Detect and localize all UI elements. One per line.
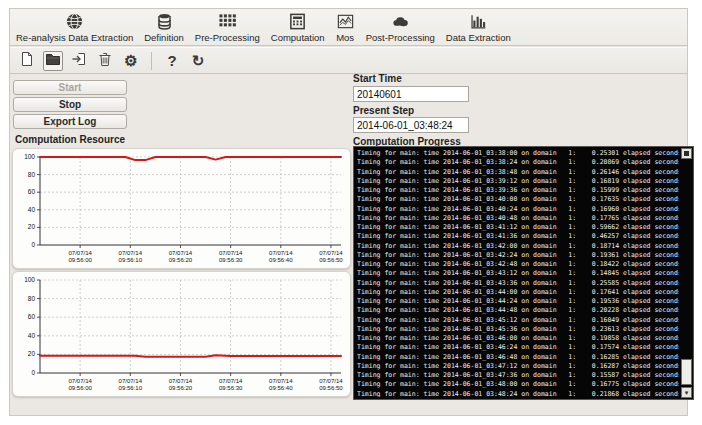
tab-post-processing[interactable]: Post-Processing — [366, 12, 435, 43]
terminal-line: Timing for main: time 2014-06-01_03:42:0… — [357, 242, 679, 251]
tab-reanalysis-data-extraction[interactable]: Re-analysis Data Extraction — [16, 12, 133, 43]
terminal-line: Timing for main: time 2014-06-01_03:47:3… — [357, 371, 679, 380]
tab-computation[interactable]: Computation — [271, 12, 325, 43]
tab-label: Pre-Processing — [195, 32, 260, 43]
svg-text:07/07/1409:56:40: 07/07/1409:56:40 — [269, 378, 293, 391]
terminal-line: Timing for main: time 2014-06-01_03:48:0… — [357, 380, 679, 389]
scroll-marker-icon — [684, 151, 689, 156]
terminal-line: Timing for main: time 2014-06-01_03:40:2… — [357, 205, 679, 214]
open-folder-icon — [45, 51, 61, 71]
start-time-input[interactable] — [353, 86, 469, 102]
svg-text:07/07/1409:56:00: 07/07/1409:56:00 — [68, 378, 92, 391]
svg-text:20: 20 — [28, 350, 36, 357]
svg-text:0: 0 — [31, 241, 35, 248]
svg-text:80: 80 — [28, 171, 36, 178]
start-time-label: Start Time — [353, 73, 402, 84]
scroll-up-button[interactable] — [681, 148, 692, 159]
tab-label: Data Extraction — [446, 32, 511, 43]
svg-text:07/07/1409:56:00: 07/07/1409:56:00 — [68, 250, 92, 263]
globe-icon — [65, 12, 84, 31]
trash-icon — [97, 51, 113, 71]
tab-data-extraction[interactable]: Data Extraction — [446, 12, 511, 43]
tab-definition[interactable]: Definition — [144, 12, 184, 43]
new-file-button[interactable] — [17, 51, 37, 71]
help-icon: ? — [167, 53, 176, 68]
export-log-button[interactable]: Export Log — [13, 114, 127, 129]
terminal-line: Timing for main: time 2014-06-01_03:46:2… — [357, 343, 679, 352]
toolbar-separator — [151, 52, 152, 70]
tab-label: Re-analysis Data Extraction — [16, 32, 133, 43]
present-step-label: Present Step — [353, 105, 414, 116]
scroll-down-button[interactable]: ▾ — [681, 387, 692, 398]
tab-label: Computation — [271, 32, 325, 43]
start-button[interactable]: Start — [13, 80, 127, 95]
bar-chart-icon — [469, 12, 488, 31]
help-button[interactable]: ? — [162, 51, 182, 71]
terminal-line: Timing for main: time 2014-06-01_03:41:3… — [357, 232, 679, 241]
svg-text:0: 0 — [31, 369, 35, 376]
svg-text:07/07/1409:56:10: 07/07/1409:56:10 — [119, 250, 143, 263]
terminal-line: Timing for main: time 2014-06-01_03:40:4… — [357, 214, 679, 223]
tab-label: Definition — [144, 32, 184, 43]
terminal-log[interactable]: Timing for main: time 2014-06-01_03:38:0… — [353, 146, 694, 400]
svg-text:60: 60 — [28, 313, 36, 320]
svg-text:100: 100 — [24, 276, 35, 283]
svg-text:07/07/1409:56:30: 07/07/1409:56:30 — [219, 250, 243, 263]
svg-text:07/07/1409:56:30: 07/07/1409:56:30 — [219, 378, 243, 391]
gear-icon: ⚙ — [124, 53, 137, 68]
action-toolbar: ⚙ ? ↻ — [10, 47, 687, 74]
terminal-line: Timing for main: time 2014-06-01_03:38:2… — [357, 158, 679, 167]
refresh-button[interactable]: ↻ — [188, 51, 208, 71]
terminal-line: Timing for main: time 2014-06-01_03:46:4… — [357, 353, 679, 362]
resource-chart-top-svg: 02040608010007/07/1409:56:0007/07/1409:5… — [13, 149, 350, 268]
svg-text:07/07/1409:56:50: 07/07/1409:56:50 — [319, 250, 343, 263]
svg-text:07/07/1409:56:40: 07/07/1409:56:40 — [269, 250, 293, 263]
svg-text:100: 100 — [24, 153, 35, 160]
terminal-line: Timing for main: time 2014-06-01_03:46:0… — [357, 334, 679, 343]
import-icon — [71, 51, 87, 71]
main-toolbar: Re-analysis Data Extraction Definition P… — [10, 9, 687, 46]
terminal-line: Timing for main: time 2014-06-01_03:44:2… — [357, 297, 679, 306]
present-step-input[interactable] — [353, 117, 469, 133]
terminal-line: Timing for main: time 2014-06-01_03:43:1… — [357, 269, 679, 278]
svg-text:07/07/1409:56:10: 07/07/1409:56:10 — [119, 378, 143, 391]
terminal-line: Timing for main: time 2014-06-01_03:38:0… — [357, 149, 679, 158]
terminal-line: Timing for main: time 2014-06-01_03:45:1… — [357, 316, 679, 325]
svg-text:40: 40 — [28, 332, 36, 339]
terminal-line: Timing for main: time 2014-06-01_03:44:4… — [357, 306, 679, 315]
stop-button[interactable]: Stop — [13, 97, 127, 112]
line-chart-icon — [336, 12, 355, 31]
terminal-line: Timing for main: time 2014-06-01_03:39:1… — [357, 177, 679, 186]
svg-text:07/07/1409:56:20: 07/07/1409:56:20 — [169, 378, 193, 391]
terminal-line: Timing for main: time 2014-06-01_03:43:3… — [357, 279, 679, 288]
new-file-icon — [19, 51, 35, 71]
resource-chart-top: 02040608010007/07/1409:56:0007/07/1409:5… — [12, 148, 351, 269]
calculator-icon — [288, 12, 307, 31]
database-icon — [155, 12, 174, 31]
scroll-thumb[interactable] — [681, 359, 692, 385]
terminal-line: Timing for main: time 2014-06-01_03:42:4… — [357, 260, 679, 269]
terminal-line: Timing for main: time 2014-06-01_03:48:2… — [357, 390, 679, 398]
settings-button[interactable]: ⚙ — [121, 51, 141, 71]
app-window: Re-analysis Data Extraction Definition P… — [9, 8, 688, 416]
svg-text:07/07/1409:56:20: 07/07/1409:56:20 — [169, 250, 193, 263]
terminal-scrollbar[interactable]: ▾ — [681, 148, 692, 398]
tab-pre-processing[interactable]: Pre-Processing — [195, 12, 260, 43]
resource-chart-bottom-svg: 02040608010007/07/1409:56:0007/07/1409:5… — [13, 272, 350, 396]
refresh-icon: ↻ — [192, 53, 205, 68]
terminal-line: Timing for main: time 2014-06-01_03:45:3… — [357, 325, 679, 334]
tab-label: Mos — [336, 32, 354, 43]
terminal-line: Timing for main: time 2014-06-01_03:38:4… — [357, 168, 679, 177]
tab-mos[interactable]: Mos — [336, 12, 355, 43]
terminal-line: Timing for main: time 2014-06-01_03:40:0… — [357, 195, 679, 204]
import-button[interactable] — [69, 51, 89, 71]
delete-button[interactable] — [95, 51, 115, 71]
svg-text:60: 60 — [28, 188, 36, 195]
open-folder-button[interactable] — [43, 51, 63, 71]
svg-text:07/07/1409:56:50: 07/07/1409:56:50 — [319, 378, 343, 391]
terminal-line: Timing for main: time 2014-06-01_03:39:3… — [357, 186, 679, 195]
svg-text:80: 80 — [28, 295, 36, 302]
terminal-line: Timing for main: time 2014-06-01_03:44:0… — [357, 288, 679, 297]
svg-text:40: 40 — [28, 206, 36, 213]
terminal-line: Timing for main: time 2014-06-01_03:47:1… — [357, 362, 679, 371]
